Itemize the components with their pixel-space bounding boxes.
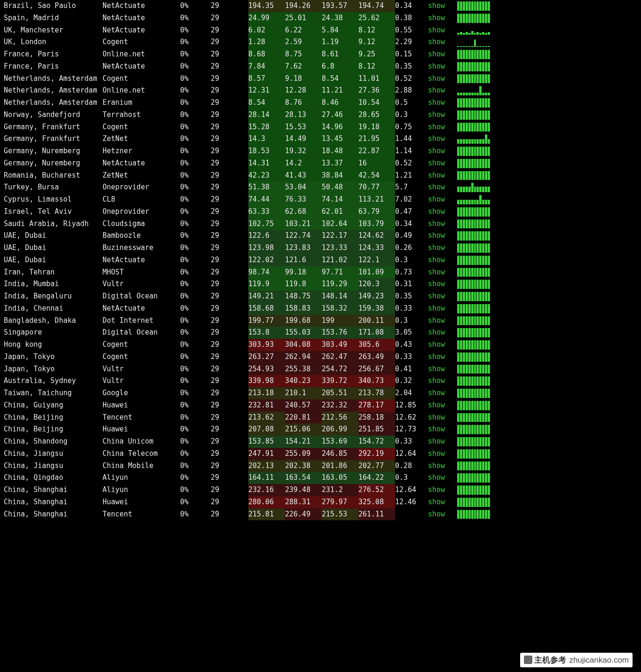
stdev-cell: 0.35 — [395, 290, 428, 303]
show-link[interactable]: show — [428, 327, 457, 339]
show-link[interactable]: show — [428, 423, 457, 436]
show-link[interactable]: show — [428, 290, 457, 303]
show-link[interactable]: show — [428, 12, 457, 24]
stdev-cell: 0.34 — [395, 0, 428, 12]
show-link[interactable]: show — [428, 387, 457, 399]
table-row: Bangladesh, DhakaDot Internet0%29199.771… — [0, 315, 641, 327]
ping-table: Brazil, Sao PauloNetActuate0%29194.35194… — [0, 0, 641, 520]
show-link[interactable]: show — [428, 230, 457, 242]
show-link[interactable]: show — [428, 145, 457, 157]
show-link[interactable]: show — [428, 339, 457, 351]
latency-cell: 153.69 — [322, 436, 358, 448]
provider-cell: ZetNet — [103, 170, 180, 182]
sparkline — [457, 460, 491, 472]
show-link[interactable]: show — [428, 181, 457, 194]
latency-cell: 122.17 — [322, 230, 358, 242]
show-link[interactable]: show — [428, 85, 457, 97]
table-row: Japan, TokyoVultr0%29254.93255.38254.722… — [0, 363, 641, 375]
location-cell: Saudi Arabia, Riyadh — [0, 218, 103, 230]
show-link[interactable]: show — [428, 254, 457, 266]
loss-cell: 0% — [180, 412, 211, 424]
show-link[interactable]: show — [428, 399, 457, 412]
show-link[interactable]: show — [428, 0, 457, 12]
provider-cell: MHOST — [103, 266, 180, 279]
sparkline — [457, 0, 491, 12]
latency-cell: 215.53 — [322, 508, 358, 521]
show-link[interactable]: show — [428, 303, 457, 315]
show-link[interactable]: show — [428, 61, 457, 73]
latency-cell: 261.11 — [358, 508, 395, 521]
show-link[interactable]: show — [428, 351, 457, 363]
sparkline — [457, 109, 491, 121]
latency-block: 199.77199.68199200.11 — [248, 315, 395, 327]
provider-cell: Cogent — [103, 73, 180, 85]
show-link[interactable]: show — [428, 133, 457, 145]
latency-cell: 251.85 — [358, 423, 395, 436]
table-row: Romania, BucharestZetNet0%2942.2341.4338… — [0, 170, 641, 182]
location-cell: Hong kong — [0, 339, 103, 351]
show-link[interactable]: show — [428, 157, 457, 170]
latency-cell: 255.09 — [285, 448, 322, 460]
latency-cell: 340.23 — [285, 375, 322, 387]
show-link[interactable]: show — [428, 436, 457, 448]
sent-cell: 29 — [211, 266, 248, 279]
show-link[interactable]: show — [428, 218, 457, 230]
show-link[interactable]: show — [428, 363, 457, 375]
show-link[interactable]: show — [428, 109, 457, 121]
show-link[interactable]: show — [428, 121, 457, 133]
show-link[interactable]: show — [428, 375, 457, 387]
latency-block: 123.98123.83123.33124.33 — [248, 242, 395, 254]
show-link[interactable]: show — [428, 508, 457, 521]
location-cell: Germany, Nuremberg — [0, 145, 103, 157]
show-link[interactable]: show — [428, 170, 457, 182]
latency-cell: 102.64 — [322, 218, 358, 230]
latency-cell: 201.86 — [322, 460, 358, 472]
latency-cell: 159.38 — [358, 303, 395, 315]
provider-cell: Google — [103, 387, 180, 399]
location-cell: UK, London — [0, 36, 103, 48]
latency-cell: 27.36 — [358, 85, 395, 97]
sent-cell: 29 — [211, 194, 248, 206]
show-link[interactable]: show — [428, 448, 457, 460]
show-link[interactable]: show — [428, 278, 457, 290]
show-link[interactable]: show — [428, 460, 457, 472]
show-link[interactable]: show — [428, 242, 457, 254]
show-link[interactable]: show — [428, 24, 457, 37]
show-link[interactable]: show — [428, 266, 457, 279]
latency-block: 102.75103.21102.64103.79 — [248, 218, 395, 230]
sparkline — [457, 496, 491, 508]
show-link[interactable]: show — [428, 36, 457, 48]
show-link[interactable]: show — [428, 194, 457, 206]
latency-cell: 18.53 — [248, 145, 285, 157]
show-link[interactable]: show — [428, 412, 457, 424]
latency-cell: 18.48 — [322, 145, 358, 157]
table-row: Iran, TehranMHOST0%2998.7499.1897.71101.… — [0, 266, 641, 279]
stdev-cell: 0.5 — [395, 97, 428, 109]
show-link[interactable]: show — [428, 48, 457, 61]
show-link[interactable]: show — [428, 97, 457, 109]
latency-block: 158.68158.83158.32159.38 — [248, 303, 395, 315]
table-row: UAE, DubaiNetActuate0%29122.02121.6121.0… — [0, 254, 641, 266]
show-link[interactable]: show — [428, 206, 457, 218]
show-link[interactable]: show — [428, 496, 457, 508]
table-row: China, BeijingHuawei0%29207.08215.06206.… — [0, 423, 641, 436]
latency-cell: 70.77 — [358, 181, 395, 194]
latency-cell: 25.62 — [358, 12, 395, 24]
show-link[interactable]: show — [428, 73, 457, 85]
latency-cell: 263.27 — [248, 351, 285, 363]
table-row: Norway, SandefjordTerrahost0%2928.1428.1… — [0, 109, 641, 121]
provider-cell: Huawei — [103, 423, 180, 436]
latency-cell: 154.21 — [285, 436, 322, 448]
show-link[interactable]: show — [428, 484, 457, 496]
latency-cell: 240.57 — [285, 399, 322, 412]
location-cell: China, Qingdao — [0, 472, 103, 484]
loss-cell: 0% — [180, 460, 211, 472]
provider-cell: China Mobile — [103, 460, 180, 472]
show-link[interactable]: show — [428, 472, 457, 484]
latency-cell: 7.62 — [285, 61, 322, 73]
show-link[interactable]: show — [428, 315, 457, 327]
stdev-cell: 7.02 — [395, 194, 428, 206]
stdev-cell: 0.35 — [395, 61, 428, 73]
latency-cell: 262.47 — [322, 351, 358, 363]
sent-cell: 29 — [211, 339, 248, 351]
